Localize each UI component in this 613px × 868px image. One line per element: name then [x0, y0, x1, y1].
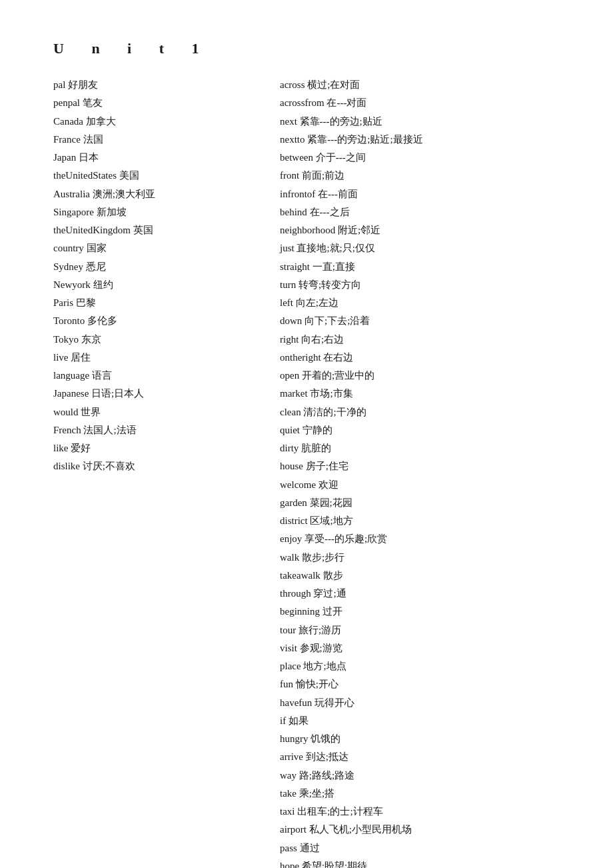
vocab-item: dislike 讨厌;不喜欢 [53, 457, 280, 475]
vocab-item: next 紧靠---的旁边;贴近 [280, 113, 573, 130]
vocab-item: district 区域;地方 [280, 512, 573, 529]
vocab-item: straight 一直;直接 [280, 258, 573, 275]
vocab-item: theUnitedKingdom 英国 [53, 221, 280, 239]
vocab-item: place 地方;地点 [280, 657, 573, 675]
vocab-item: nextto 紧靠---的旁边;贴近;最接近 [280, 131, 573, 148]
vocab-item: takeawalk 散步 [280, 567, 573, 584]
vocab-item: across 横过;在对面 [280, 76, 573, 93]
vocab-item: hope 希望;盼望;期待 [280, 857, 573, 868]
vocab-item: visit 参观;游览 [280, 639, 573, 657]
vocab-item: France 法国 [53, 131, 280, 148]
vocab-item: arrive 到达;抵达 [280, 748, 573, 765]
vocab-item: quiet 宁静的 [280, 421, 573, 439]
vocab-item: Newyork 纽约 [53, 276, 280, 293]
vocab-item: French 法国人;法语 [53, 421, 280, 439]
vocab-item: like 爱好 [53, 439, 280, 457]
vocab-item: hungry 饥饿的 [280, 730, 573, 747]
vocab-item: ontheright 在右边 [280, 349, 573, 366]
vocab-item: Tokyo 东京 [53, 331, 280, 348]
vocab-item: take 乘;坐;搭 [280, 785, 573, 802]
vocab-item: penpal 笔友 [53, 94, 280, 111]
vocab-item: just 直接地;就;只;仅仅 [280, 239, 573, 257]
vocab-item: pass 通过 [280, 839, 573, 857]
vocab-item: infrontof 在---前面 [280, 185, 573, 203]
unit1-right-column: across 横过;在对面acrossfrom 在---对面next 紧靠---… [280, 76, 573, 868]
vocab-item: between 介于---之间 [280, 149, 573, 166]
unit1-left-column: pal 好朋友penpal 笔友Canada 加拿大France 法国Japan… [53, 76, 280, 868]
page-title: U n i t 1 [53, 40, 573, 57]
vocab-item: left 向左;左边 [280, 294, 573, 311]
vocab-item: right 向右;右边 [280, 331, 573, 348]
vocab-item: garden 菜园;花园 [280, 494, 573, 511]
vocab-item: country 国家 [53, 239, 280, 257]
vocab-item: house 房子;住宅 [280, 457, 573, 475]
vocab-item: clean 清洁的;干净的 [280, 403, 573, 421]
vocab-item: down 向下;下去;沿着 [280, 312, 573, 329]
vocab-item: tour 旅行;游历 [280, 621, 573, 639]
vocab-item: beginning 过开 [280, 603, 573, 620]
vocab-item: fun 愉快;开心 [280, 675, 573, 693]
vocab-item: taxi 出租车;的士;计程车 [280, 803, 573, 820]
vocab-item: Toronto 多伦多 [53, 312, 280, 329]
vocab-item: behind 在---之后 [280, 203, 573, 221]
vocab-item: enjoy 享受---的乐趣;欣赏 [280, 530, 573, 547]
vocab-item: walk 散步;步行 [280, 549, 573, 566]
vocab-item: live 居住 [53, 349, 280, 366]
vocab-item: theUnitedStates 美国 [53, 167, 280, 184]
vocab-item: turn 转弯;转变方向 [280, 276, 573, 293]
vocab-item: would 世界 [53, 403, 280, 421]
vocab-item: havefun 玩得开心 [280, 694, 573, 711]
vocab-item: Canada 加拿大 [53, 113, 280, 130]
vocab-item: pal 好朋友 [53, 76, 280, 93]
vocab-item: welcome 欢迎 [280, 476, 573, 493]
vocab-item: way 路;路线;路途 [280, 767, 573, 784]
vocab-item: through 穿过;通 [280, 585, 573, 602]
vocab-item: dirty 肮脏的 [280, 439, 573, 457]
vocab-item: language 语言 [53, 367, 280, 384]
vocab-item: Japanese 日语;日本人 [53, 385, 280, 402]
vocab-item: front 前面;前边 [280, 167, 573, 184]
vocab-item: if 如果 [280, 712, 573, 729]
vocab-item: Japan 日本 [53, 149, 280, 166]
vocab-item: Sydney 悉尼 [53, 258, 280, 275]
vocab-item: Singapore 新加坡 [53, 203, 280, 221]
vocab-item: neighborhood 附近;邻近 [280, 221, 573, 239]
vocab-item: market 市场;市集 [280, 385, 573, 402]
vocab-item: Australia 澳洲;澳大利亚 [53, 185, 280, 203]
vocab-item: airport 私人飞机;小型民用机场 [280, 821, 573, 838]
vocab-item: acrossfrom 在---对面 [280, 94, 573, 111]
vocab-item: open 开着的;营业中的 [280, 367, 573, 384]
vocab-item: Paris 巴黎 [53, 294, 280, 311]
